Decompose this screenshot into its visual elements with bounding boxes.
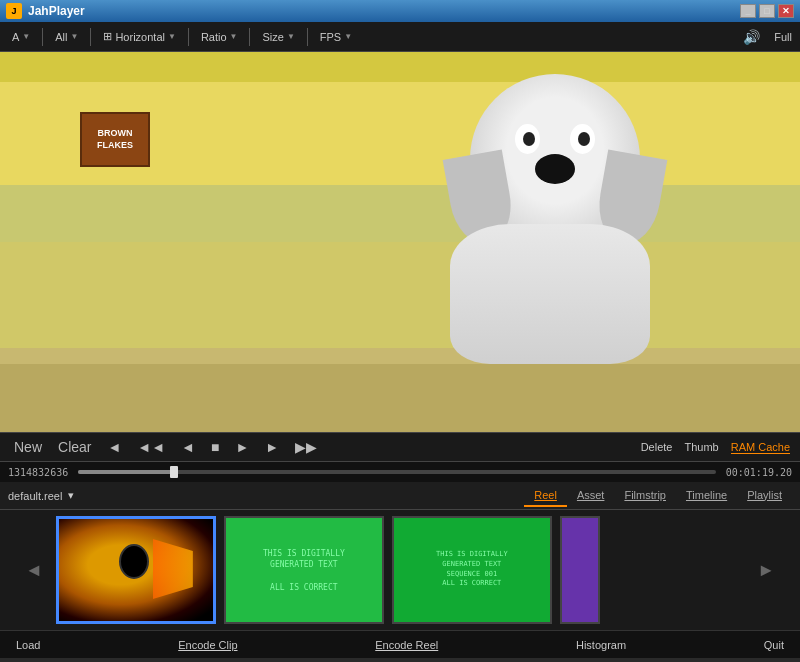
app-title: JahPlayer [28, 4, 85, 18]
dog-pupil-right [578, 132, 590, 146]
brown-flakes-line1: BROWN [98, 128, 133, 140]
track-label: A [12, 31, 19, 43]
separator-4 [249, 28, 250, 46]
delete-button[interactable]: Delete [641, 441, 673, 453]
horizontal-selector[interactable]: ⊞ Horizontal ▼ [99, 28, 179, 45]
thumb-2-text: THIS IS DIGITALLYGENERATED TEXTALL IS CO… [263, 548, 345, 593]
track-arrow: ▼ [22, 32, 30, 41]
title-bar: J JahPlayer _ □ ✕ [0, 0, 800, 22]
back-button[interactable]: ◄ [177, 437, 199, 457]
timecode-bar: 1314832636 00:01:19.20 [0, 462, 800, 482]
dog-eye-right [570, 124, 595, 154]
dog-eye-left [515, 124, 540, 154]
ratio-selector[interactable]: Ratio ▼ [197, 29, 242, 45]
thumb-button[interactable]: Thumb [684, 441, 718, 453]
thumb-3-text: THIS IS DIGITALLYGENERATED TEXTSEQUENCE … [436, 550, 508, 589]
all-label: All [55, 31, 67, 43]
dog-nose [535, 154, 575, 184]
tab-filmstrip[interactable]: Filmstrip [614, 485, 676, 507]
histogram-button[interactable]: Histogram [570, 637, 632, 653]
quit-button[interactable]: Quit [758, 637, 790, 653]
horizontal-icon: ⊞ [103, 30, 112, 43]
tab-playlist[interactable]: Playlist [737, 485, 792, 507]
load-button[interactable]: Load [10, 637, 46, 653]
all-arrow: ▼ [71, 32, 79, 41]
play-button[interactable]: ► [231, 437, 253, 457]
time-display: 00:01:19.20 [726, 467, 792, 478]
dog-torso [450, 224, 650, 364]
reel-bar: default.reel ▾ Reel Asset Filmstrip Time… [0, 482, 800, 510]
app-icon: J [6, 3, 22, 19]
close-button[interactable]: ✕ [778, 4, 794, 18]
brown-flakes-sign: BROWN FLAKES [80, 112, 150, 167]
maximize-button[interactable]: □ [759, 4, 775, 18]
ramcache-button[interactable]: RAM Cache [731, 441, 790, 454]
nav-right-arrow[interactable]: ► [752, 560, 780, 581]
timeline-thumb[interactable] [170, 466, 178, 478]
volume-icon[interactable]: 🔊 [743, 29, 760, 45]
thumbnail-area: ◄ THIS IS DIGITALLYGENERATED TEXTALL IS … [0, 510, 800, 630]
thumbnail-3[interactable]: THIS IS DIGITALLYGENERATED TEXTSEQUENCE … [392, 516, 552, 624]
frame-number: 1314832636 [8, 467, 68, 478]
size-selector[interactable]: Size ▼ [258, 29, 298, 45]
encode-reel-button[interactable]: Encode Reel [369, 637, 444, 653]
separator-3 [188, 28, 189, 46]
horizontal-label: Horizontal [115, 31, 165, 43]
minimize-button[interactable]: _ [740, 4, 756, 18]
transport-right: Delete Thumb RAM Cache [641, 441, 790, 454]
ratio-arrow: ▼ [230, 32, 238, 41]
clear-button[interactable]: Clear [54, 437, 95, 457]
size-arrow: ▼ [287, 32, 295, 41]
title-controls: _ □ ✕ [740, 4, 794, 18]
step-fwd-button[interactable]: ► [261, 437, 283, 457]
tab-reel[interactable]: Reel [524, 485, 567, 507]
stop-button[interactable]: ■ [207, 437, 223, 457]
reel-dropdown-arrow: ▾ [68, 489, 74, 502]
encode-clip-button[interactable]: Encode Clip [172, 637, 243, 653]
all-selector[interactable]: All ▼ [51, 29, 82, 45]
transport-bar: New Clear ◄ ◄◄ ◄ ■ ► ► ▶▶ Delete Thumb R… [0, 432, 800, 462]
timeline-slider[interactable] [78, 470, 716, 474]
separator-2 [90, 28, 91, 46]
dog-head [470, 74, 640, 244]
reel-name: default.reel [8, 490, 62, 502]
toolbar: A ▼ All ▼ ⊞ Horizontal ▼ Ratio ▼ Size ▼ … [0, 22, 800, 52]
reel-dropdown[interactable]: default.reel ▾ [8, 489, 148, 502]
track-selector[interactable]: A ▼ [8, 29, 34, 45]
fps-label: FPS [320, 31, 341, 43]
fwd-button[interactable]: ▶▶ [291, 437, 321, 457]
dog-pupil-left [523, 132, 535, 146]
thumbnail-2[interactable]: THIS IS DIGITALLYGENERATED TEXTALL IS CO… [224, 516, 384, 624]
thumbnail-1[interactable] [56, 516, 216, 624]
fps-arrow: ▼ [344, 32, 352, 41]
nav-left-arrow[interactable]: ◄ [20, 560, 48, 581]
reel-tabs: Reel Asset Filmstrip Timeline Playlist [524, 485, 792, 507]
video-area: BROWN FLAKES [0, 52, 800, 432]
scene-background [0, 52, 800, 432]
bottom-bar: Load Encode Clip Encode Reel Histogram Q… [0, 630, 800, 658]
ratio-label: Ratio [201, 31, 227, 43]
size-label: Size [262, 31, 283, 43]
timeline-progress [78, 470, 174, 474]
horizontal-arrow: ▼ [168, 32, 176, 41]
brown-flakes-line2: FLAKES [97, 140, 133, 152]
mask-face [59, 519, 213, 621]
fps-selector[interactable]: FPS ▼ [316, 29, 356, 45]
tab-timeline[interactable]: Timeline [676, 485, 737, 507]
step-back-button[interactable]: ◄◄ [133, 437, 169, 457]
separator-5 [307, 28, 308, 46]
tab-asset[interactable]: Asset [567, 485, 615, 507]
new-button[interactable]: New [10, 437, 46, 457]
separator-1 [42, 28, 43, 46]
fullscreen-button[interactable]: Full [774, 31, 792, 43]
title-bar-left: J JahPlayer [6, 3, 85, 19]
thumbnail-4-partial[interactable] [560, 516, 600, 624]
prev-button[interactable]: ◄ [103, 437, 125, 457]
dog-character [440, 74, 670, 364]
